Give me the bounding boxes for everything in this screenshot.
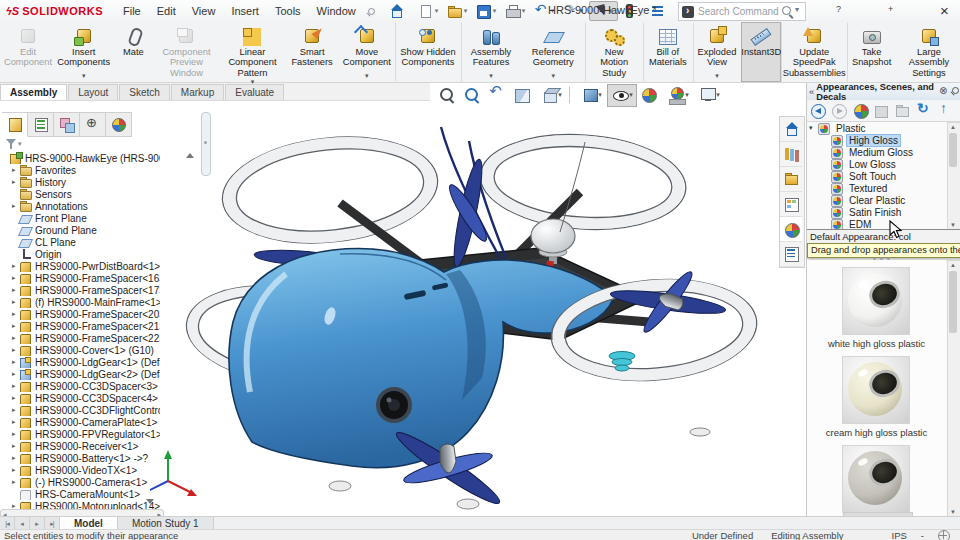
minimize-icon[interactable] bbox=[862, 2, 880, 20]
appearances-tree-scrollbar[interactable] bbox=[947, 122, 960, 231]
pin-pane-icon[interactable] bbox=[950, 86, 959, 97]
instant3d-button[interactable]: Instant3D bbox=[741, 22, 781, 82]
propertymanager-tab[interactable] bbox=[28, 112, 54, 137]
insert-components-button[interactable]: Insert Components bbox=[54, 22, 113, 82]
cascade-icon[interactable] bbox=[914, 2, 932, 20]
expand-arrow-icon[interactable] bbox=[12, 274, 20, 282]
feature-tree-item[interactable]: (f) HRS9000-MainFrame<1> (( bbox=[2, 296, 160, 308]
view-orientation-button[interactable] bbox=[536, 84, 566, 107]
close-pane-icon[interactable] bbox=[939, 86, 948, 97]
feature-tree-item[interactable]: Annotations bbox=[2, 200, 160, 212]
tree-scroll-up[interactable] bbox=[186, 152, 195, 160]
tree-filter[interactable]: ▾ bbox=[4, 137, 124, 150]
expand-arrow-icon[interactable] bbox=[12, 262, 20, 270]
zoom-to-fit-button[interactable] bbox=[436, 84, 460, 107]
previous-view-button[interactable] bbox=[486, 84, 510, 107]
expand-arrow-icon[interactable] bbox=[807, 124, 818, 132]
appearance-swatch[interactable]: cream high gloss plastic bbox=[826, 356, 927, 438]
featuremanager-tab[interactable] bbox=[2, 112, 28, 137]
view-settings-button[interactable] bbox=[694, 84, 724, 107]
scroll-up-icon[interactable] bbox=[948, 261, 958, 270]
feature-tree-item[interactable]: HRS9000-CC3DSpacer<3> bbox=[2, 380, 160, 392]
appearance-tree-item[interactable]: High Gloss bbox=[807, 134, 946, 146]
print-button[interactable] bbox=[502, 1, 531, 21]
tab-layout[interactable]: Layout bbox=[68, 84, 118, 100]
feature-tree-item[interactable]: HRS9000-Cover<1> (G10) bbox=[2, 344, 160, 356]
edit-component-button[interactable]: Edit Component bbox=[2, 22, 54, 82]
appearance-tree-item[interactable]: Clear Plastic bbox=[807, 194, 946, 206]
appearances-scenes-decals-tab[interactable] bbox=[780, 217, 802, 242]
expand-arrow-icon[interactable] bbox=[12, 298, 20, 306]
expand-arrow-icon[interactable] bbox=[12, 394, 20, 402]
account-icon[interactable] bbox=[810, 2, 828, 20]
component-preview-window-button[interactable]: Component Preview Window bbox=[153, 22, 219, 82]
feature-tree-item[interactable]: Origin bbox=[2, 248, 160, 260]
appearance-tree-item[interactable]: Textured bbox=[807, 182, 946, 194]
zoom-to-area-button[interactable] bbox=[461, 84, 485, 107]
expand-arrow-icon[interactable] bbox=[12, 286, 20, 294]
edit-appearance-button[interactable] bbox=[638, 84, 662, 107]
feature-tree-item[interactable]: HRS-CameraMount<1> bbox=[2, 488, 160, 500]
feature-tree-item[interactable]: HRS9000-CC3DSpacer<4> bbox=[2, 392, 160, 404]
menu-item[interactable]: Insert bbox=[223, 3, 267, 19]
box-gray-icon[interactable] bbox=[873, 102, 891, 120]
feature-tree-item[interactable]: HRS9000-LdgGear<2> (Defau bbox=[2, 368, 160, 380]
feature-tree-item[interactable]: HRS9000-CC3DFlightControlle bbox=[2, 404, 160, 416]
feature-tree-item[interactable]: Ground Plane bbox=[2, 224, 160, 236]
custom-properties-tab[interactable] bbox=[780, 242, 802, 267]
tab-sketch[interactable]: Sketch bbox=[119, 84, 170, 100]
feature-tree-item[interactable]: HRS9000-FPVRegulator<1> bbox=[2, 428, 160, 440]
expand-arrow-icon[interactable] bbox=[12, 418, 20, 426]
feature-tree-item[interactable]: HRS9000-FrameSpacer<17> (I bbox=[2, 284, 160, 296]
nav-forward-icon[interactable] bbox=[831, 102, 849, 120]
expand-arrow-icon[interactable] bbox=[12, 466, 20, 474]
expand-arrow-icon[interactable] bbox=[12, 370, 20, 378]
heads-up-button[interactable] bbox=[569, 86, 573, 104]
appearance-ball-icon[interactable] bbox=[852, 102, 870, 120]
exploded-view-button[interactable]: Exploded View bbox=[693, 22, 742, 82]
search-input[interactable]: Search Commands bbox=[678, 2, 806, 21]
appearance-tree-item[interactable]: EDM bbox=[807, 218, 946, 229]
expand-arrow-icon[interactable] bbox=[12, 166, 20, 174]
scroll-up-icon[interactable] bbox=[948, 123, 958, 132]
apply-scene-button[interactable] bbox=[663, 84, 693, 107]
feature-tree-item[interactable]: Front Plane bbox=[2, 212, 160, 224]
large-assembly-settings-button[interactable]: Large Assembly Settings bbox=[896, 22, 960, 82]
units-caret[interactable]: - bbox=[921, 530, 924, 540]
appearance-tree-item[interactable]: Plastic bbox=[807, 122, 946, 134]
up-arrow-icon[interactable] bbox=[936, 102, 954, 120]
expand-arrow-icon[interactable] bbox=[12, 202, 20, 210]
refresh-icon[interactable] bbox=[915, 102, 933, 120]
reference-geometry-button[interactable]: Reference Geometry bbox=[521, 22, 585, 82]
feature-tree-item[interactable]: HRS9000-CameraPlate<1> (C bbox=[2, 416, 160, 428]
open-button[interactable] bbox=[444, 1, 473, 21]
assembly-features-button[interactable]: Assembly Features bbox=[461, 22, 521, 82]
pin-icon[interactable] bbox=[366, 6, 376, 16]
expand-arrow-icon[interactable] bbox=[12, 346, 20, 354]
new-motion-study-button[interactable]: New Motion Study bbox=[585, 22, 643, 82]
tree-scroll-down[interactable] bbox=[146, 498, 155, 506]
appearance-tree-item[interactable]: Medium Gloss bbox=[807, 146, 946, 158]
globe-icon[interactable] bbox=[938, 530, 950, 540]
feature-tree-item[interactable]: History bbox=[2, 176, 160, 188]
tab-evaluate[interactable]: Evaluate bbox=[225, 84, 284, 100]
appearance-tree-item[interactable]: Soft Touch bbox=[807, 170, 946, 182]
expand-arrow-icon[interactable] bbox=[12, 454, 20, 462]
feature-tree-item[interactable]: CL Plane bbox=[2, 236, 160, 248]
folder-gray-icon[interactable] bbox=[894, 102, 912, 120]
update-speedpak-button[interactable]: Update SpeedPak Subassemblies bbox=[781, 22, 847, 82]
expand-arrow-icon[interactable] bbox=[12, 178, 20, 186]
close-icon[interactable] bbox=[940, 2, 958, 20]
feature-tree-item[interactable]: HRS-9000-HawkEye (HRS-9000-C bbox=[2, 152, 160, 164]
feature-tree-item[interactable]: Favorites bbox=[2, 164, 160, 176]
expand-arrow-icon[interactable] bbox=[12, 382, 20, 390]
expand-arrow-icon[interactable] bbox=[12, 430, 20, 438]
chevron-down-icon[interactable] bbox=[795, 4, 803, 20]
feature-tree-item[interactable]: HRS9000-PwrDistBoard<1> (D bbox=[2, 260, 160, 272]
expand-arrow-icon[interactable] bbox=[12, 358, 20, 366]
collapse-chevron-icon[interactable] bbox=[809, 87, 814, 97]
displaymanager-tab[interactable] bbox=[106, 112, 132, 137]
show-hidden-components-button[interactable]: Show Hidden Components bbox=[395, 22, 461, 82]
hide-show-items-button[interactable] bbox=[607, 84, 637, 107]
expand-arrow-icon[interactable] bbox=[12, 406, 20, 414]
